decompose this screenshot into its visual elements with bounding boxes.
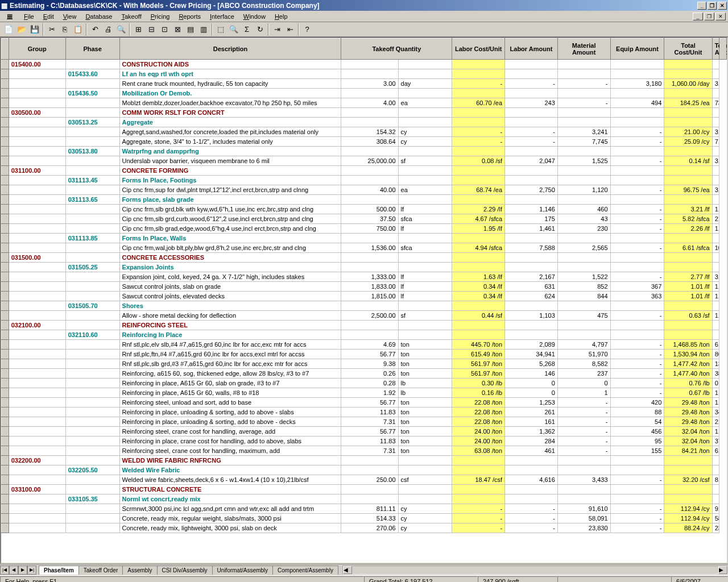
tab-assembly[interactable]: Assembly	[122, 566, 157, 575]
equip-amount-cell[interactable]: 367	[610, 282, 664, 292]
table-row[interactable]: Moblzt demblz,dozer,loader,backhoe excav…	[2, 98, 727, 108]
description-cell[interactable]: Welded wire fabric,sheets,deck,6 x 6 - w…	[119, 475, 341, 485]
tab-next-icon[interactable]: ▶	[18, 566, 27, 575]
equip-amount-cell[interactable]: 456	[610, 427, 664, 436]
phase-cell[interactable]: 031113.85	[65, 234, 119, 243]
labor-amount-cell[interactable]: 624	[505, 292, 558, 301]
phase-cell[interactable]: 031505.70	[65, 301, 119, 311]
description-cell[interactable]: Reinforcing in place, crane cost for han…	[119, 436, 341, 446]
equip-amount-cell[interactable]: 54	[610, 417, 664, 427]
labor-cost-unit-cell[interactable]: -	[452, 137, 505, 147]
total-amount-cell[interactable]: 1,578	[712, 311, 719, 321]
description-cell[interactable]: WELDD WIRE FABRIC RNFRCNG	[119, 456, 341, 465]
row-header[interactable]	[2, 282, 9, 292]
table-row[interactable]: 032200.00WELDD WIRE FABRIC RNFRCNG	[2, 456, 727, 465]
qty-cell[interactable]: 56.77	[341, 398, 398, 408]
description-cell[interactable]: COMM WORK RSLT FOR CONCRT	[119, 108, 341, 118]
equip-amount-cell[interactable]: -	[610, 359, 664, 369]
material-amount-cell[interactable]: 51,970	[557, 350, 610, 359]
equip-amount-cell[interactable]: -	[610, 185, 664, 195]
row-header[interactable]	[2, 523, 9, 533]
description-cell[interactable]: Expansion Joints	[119, 263, 341, 272]
labor-amount-cell[interactable]: 1,461	[505, 224, 558, 234]
description-cell[interactable]: Underslab vapor barrier, visqueen membra…	[119, 156, 341, 166]
labor-cost-unit-cell[interactable]: 1.63 /lf	[452, 272, 505, 282]
table-row[interactable]: Reinforcing steel, unload and sort, add …	[2, 398, 727, 408]
labor-cost-unit-cell[interactable]: 561.97 /ton	[452, 369, 505, 379]
total-cost-unit-cell[interactable]: 84.21 /ton	[664, 446, 712, 456]
description-cell[interactable]: Rnf stl,plc,slb grd,#3 #7,a615,grd 60,in…	[119, 359, 341, 369]
qty-cell[interactable]: 270.06	[341, 523, 398, 533]
column-header[interactable]: Equip Amount	[610, 39, 664, 60]
description-cell[interactable]: CONCRETE ACCESSORIES	[119, 253, 341, 263]
labor-cost-unit-cell[interactable]: 0.16 /lb	[452, 388, 505, 398]
table-row[interactable]: 031113.45Forms In Place, Footings	[2, 176, 727, 185]
qty-cell[interactable]: 40.00	[341, 185, 398, 195]
labor-amount-cell[interactable]: 1,362	[505, 427, 558, 436]
table-row[interactable]: Cip cnc frm,slb grd,blk wth kyw,wd,6"h,1…	[2, 205, 727, 214]
table-row[interactable]: Reinforcing in place, unloading & sortin…	[2, 417, 727, 427]
table-row[interactable]: 031500.00CONCRETE ACCESSORIES	[2, 253, 727, 263]
unit-cell[interactable]: ton	[398, 359, 452, 369]
group-cell[interactable]: 015400.00	[9, 60, 65, 69]
material-amount-cell[interactable]: 58,091	[557, 514, 610, 523]
table-row[interactable]: Rnf stl,plc,elv slb,#4 #7,a615,grd 60,in…	[2, 340, 727, 350]
total-cost-unit-cell[interactable]: 5.82 /sfca	[664, 214, 712, 224]
mdi-minimize-button[interactable]: _	[693, 13, 703, 20]
material-amount-cell[interactable]: 1,525	[557, 156, 610, 166]
description-cell[interactable]: Expansion joint, cold, keyed, 24 ga. X 7…	[119, 272, 341, 282]
description-cell[interactable]: Norml wt concrt,ready mix	[119, 494, 341, 504]
row-header[interactable]	[2, 436, 9, 446]
report-icon[interactable]: ▤	[184, 23, 197, 36]
unit-cell[interactable]: lf	[398, 282, 452, 292]
row-header[interactable]	[2, 89, 9, 98]
undo-icon[interactable]: ↶	[89, 23, 101, 36]
group-cell[interactable]: 033100.00	[9, 485, 65, 494]
labor-cost-unit-cell[interactable]: -	[452, 523, 505, 533]
save-icon[interactable]: 💾	[28, 23, 41, 36]
equip-amount-cell[interactable]: -	[610, 379, 664, 388]
table-row[interactable]: Sawcut control joints, slab on grade1,83…	[2, 282, 727, 292]
row-header[interactable]	[2, 253, 9, 263]
total-cost-unit-cell[interactable]: 184.25 /ea	[664, 98, 712, 108]
description-cell[interactable]: Welded Wire Fabric	[119, 465, 341, 475]
description-cell[interactable]: Sawcut control joints, elevated decks	[119, 292, 341, 301]
table-row[interactable]: 015433.60Lf an hs eqp rtl wth oprt	[2, 69, 727, 79]
total-cost-unit-cell[interactable]: 112.94 /cy	[664, 504, 712, 514]
column-header[interactable]: Total Amount	[712, 39, 719, 60]
equip-amount-cell[interactable]: -	[610, 311, 664, 321]
description-cell[interactable]: Aggregate	[119, 118, 341, 127]
unit-cell[interactable]: ea	[398, 185, 452, 195]
row-header[interactable]	[2, 446, 9, 456]
qty-cell[interactable]: 56.77	[341, 427, 398, 436]
total-cost-unit-cell[interactable]: 1.01 /lf	[664, 282, 712, 292]
labor-cost-unit-cell[interactable]: 24.00 /ton	[452, 436, 505, 446]
row-header[interactable]	[2, 379, 9, 388]
description-cell[interactable]: Rent crane truck mounted, hydraulic, 55 …	[119, 79, 341, 89]
row-header[interactable]	[2, 60, 9, 69]
row-header[interactable]	[2, 485, 9, 494]
qty-cell[interactable]: 1,833.00	[341, 282, 398, 292]
row-header[interactable]	[2, 234, 9, 243]
row-header[interactable]	[2, 98, 9, 108]
table-row[interactable]: Cip cnc frm,wal,job blt,ply,blw grd,8'h,…	[2, 243, 727, 253]
row-header[interactable]	[2, 166, 9, 176]
column-header[interactable]: Total Cost/Unit	[664, 39, 712, 60]
column-header[interactable]: Material Amount	[557, 39, 610, 60]
group-cell[interactable]: 031100.00	[9, 166, 65, 176]
phase-cell[interactable]: 033105.35	[65, 494, 119, 504]
row-header[interactable]	[2, 369, 9, 379]
unit-cell[interactable]: lf	[398, 272, 452, 282]
digitizer-icon[interactable]: ⬚	[214, 23, 227, 36]
material-amount-cell[interactable]: -	[557, 398, 610, 408]
total-cost-unit-cell[interactable]: 96.75 /ea	[664, 185, 712, 195]
material-amount-cell[interactable]: 7,745	[557, 137, 610, 147]
total-amount-cell[interactable]: 6,886	[712, 340, 719, 350]
graph-icon[interactable]: ▥	[197, 23, 210, 36]
qty-cell[interactable]: 154.32	[341, 127, 398, 137]
table-row[interactable]: 030513.80Watrprfng and dampprfng	[2, 147, 727, 156]
menu-window[interactable]: Window	[239, 12, 270, 21]
qty-cell[interactable]: 308.64	[341, 137, 398, 147]
unit-cell[interactable]: lf	[398, 205, 452, 214]
description-cell[interactable]: Cip cnc frm,slb grd,blk wth kyw,wd,6"h,1…	[119, 205, 341, 214]
